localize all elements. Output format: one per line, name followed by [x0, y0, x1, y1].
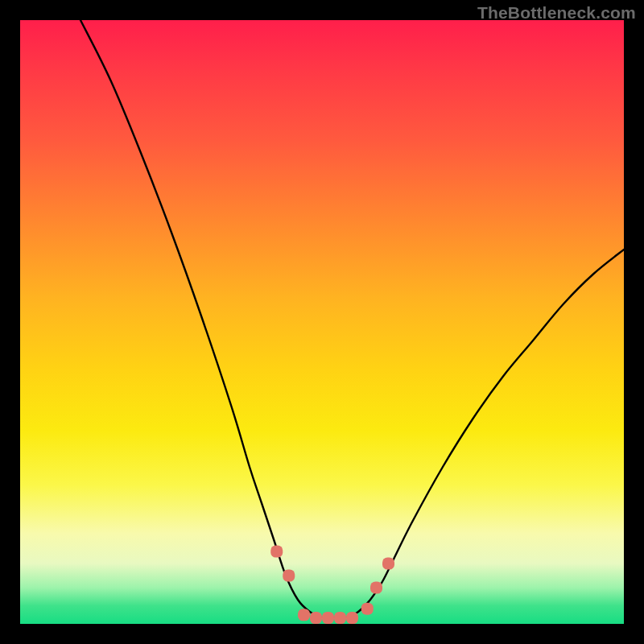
highlight-marker	[283, 570, 295, 582]
highlight-marker	[310, 612, 322, 624]
highlight-marker	[370, 582, 382, 594]
bottleneck-curve	[80, 20, 624, 618]
curve-layer	[80, 20, 624, 618]
highlight-marker	[382, 558, 394, 570]
highlight-marker	[270, 546, 283, 558]
watermark-text: TheBottleneck.com	[477, 3, 636, 23]
plot-area	[20, 20, 624, 624]
bottleneck-curve-svg	[20, 20, 624, 624]
highlight-marker	[322, 612, 334, 624]
highlight-marker	[361, 603, 374, 615]
chart-frame: TheBottleneck.com	[0, 0, 644, 644]
highlight-marker	[298, 609, 310, 621]
highlight-marker	[346, 612, 358, 624]
highlight-marker	[334, 612, 346, 624]
